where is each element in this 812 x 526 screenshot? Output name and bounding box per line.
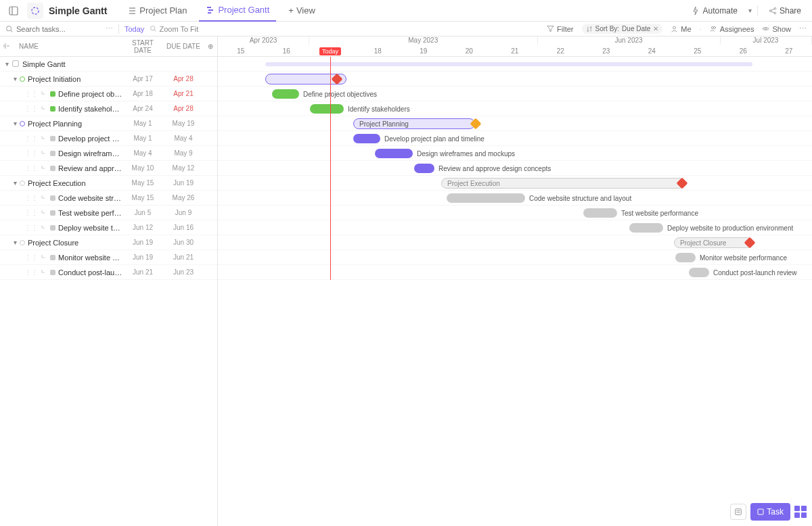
status-dot[interactable] [50,166,55,171]
drag-handle-icon[interactable]: ⋮⋮ [24,164,38,172]
tab-project-plan[interactable]: Project Plan [120,0,194,22]
drag-handle-icon[interactable]: ⋮⋮ [24,105,38,112]
task-row[interactable]: ⋮⋮Design wireframes and mockupsMay 4May … [0,146,217,161]
status-dot[interactable] [50,195,55,201]
new-task-button[interactable]: Task [750,503,790,521]
start-date-cell[interactable]: Apr 18 [122,90,163,97]
sort-clear-button[interactable]: ✕ [653,25,658,32]
zoom-fit-button[interactable]: Zoom To Fit [150,25,198,33]
due-date-cell[interactable]: Apr 28 [163,75,204,82]
automate-button[interactable]: Automate [685,3,743,18]
task-row[interactable]: ⋮⋮Identify stakeholdersApr 24Apr 28 [0,101,217,116]
project-range-bar[interactable] [265,62,752,66]
gantt-row[interactable]: Monitor website performance [218,250,812,265]
due-date-cell[interactable]: Jun 30 [163,239,204,246]
filter-button[interactable]: Filter [547,25,573,33]
project-title[interactable]: Simple Gantt [49,5,107,16]
start-date-cell[interactable]: Jun 5 [122,209,163,216]
group-bar[interactable]: Project Execution [441,178,685,189]
gantt-row[interactable]: Deploy website to production environment [218,220,812,235]
collapse-caret[interactable]: ▾ [14,75,17,82]
drag-handle-icon[interactable]: ⋮⋮ [24,90,38,97]
due-date-cell[interactable]: Apr 21 [163,90,204,97]
me-button[interactable]: Me [671,25,691,33]
search-input[interactable] [16,25,84,33]
due-date-cell[interactable]: May 9 [163,149,204,157]
group-bar[interactable]: Project Planning [353,118,475,129]
due-date-cell[interactable]: May 4 [163,135,204,142]
apps-grid-button[interactable] [794,506,807,518]
due-date-cell[interactable]: Jun 19 [163,179,204,187]
gantt-row[interactable]: Project Closure [218,235,812,250]
start-date-cell[interactable]: May 15 [122,179,163,187]
start-date-cell[interactable]: Jun 12 [122,224,163,231]
start-date-cell[interactable]: May 1 [122,120,163,127]
gantt-row[interactable]: Test website performance [218,206,812,220]
task-row[interactable]: ⋮⋮Code website structure and layoutMay 1… [0,191,217,206]
task-row[interactable]: ⋮⋮Define project objectivesApr 18Apr 21 [0,87,217,101]
start-date-cell[interactable]: May 1 [122,135,163,142]
gantt-row[interactable]: Develop project plan and timeline [218,131,812,146]
add-column-button[interactable]: ⊕ [204,43,217,50]
task-bar[interactable]: Define project objectives [272,89,299,99]
gantt-row[interactable] [218,72,812,87]
gantt-panel[interactable]: Apr 2023May 2023Jun 2023Jul 2023 1516171… [218,37,812,526]
task-bar[interactable]: Code website structure and layout [447,193,525,203]
task-row[interactable]: ⋮⋮Monitor website performanceJun 19Jun 2… [0,250,217,265]
task-bar[interactable]: Test website performance [583,208,617,218]
column-name[interactable]: NAME [14,43,122,50]
status-dot[interactable] [50,91,55,97]
status-dot[interactable] [50,151,55,156]
more-icon[interactable]: ⋯ [106,24,113,33]
due-date-cell[interactable]: Apr 28 [163,105,204,112]
task-row[interactable]: ⋮⋮Conduct post-launch reviewJun 21Jun 23 [0,265,217,280]
start-date-cell[interactable]: Jun 19 [122,239,163,246]
due-date-cell[interactable]: Jun 23 [163,268,204,276]
gantt-row[interactable] [218,57,812,72]
start-date-cell[interactable]: May 4 [122,149,163,157]
add-view-button[interactable]: + View [281,0,322,22]
sidebar-toggle-button[interactable] [5,3,22,19]
notes-button[interactable] [730,504,746,520]
group-row[interactable]: ▾Project PlanningMay 1May 19 [0,116,217,131]
collapse-caret[interactable]: ▾ [14,120,17,127]
collapse-caret[interactable]: ▾ [14,239,17,246]
gantt-row[interactable]: Define project objectives [218,87,812,101]
chevron-down-icon[interactable]: ▾ [748,7,752,14]
drag-handle-icon[interactable]: ⋮⋮ [24,224,38,231]
group-row[interactable]: ▾Project ClosureJun 19Jun 30 [0,235,217,250]
start-date-cell[interactable]: Jun 19 [122,254,163,261]
status-dot[interactable] [50,136,55,141]
gantt-row[interactable]: Review and approve design concepts [218,161,812,176]
drag-handle-icon[interactable]: ⋮⋮ [24,135,38,142]
share-button[interactable]: Share [763,3,807,18]
gantt-row[interactable]: Code website structure and layout [218,191,812,206]
start-date-cell[interactable]: Jun 21 [122,268,163,276]
show-button[interactable]: Show [762,25,791,33]
drag-handle-icon[interactable]: ⋮⋮ [24,209,38,216]
task-bar[interactable]: Monitor website performance [675,253,696,262]
task-row[interactable]: ⋮⋮Develop project plan and timelineMay 1… [0,131,217,146]
task-bar[interactable]: Design wireframes and mockups [375,149,413,158]
gantt-row[interactable]: Identify stakeholders [218,101,812,116]
gantt-row[interactable]: Project Execution [218,176,812,191]
task-bar[interactable]: Identify stakeholders [310,104,344,114]
sort-pill[interactable]: Sort By: Due Date ✕ [582,24,663,34]
start-date-cell[interactable]: Apr 24 [122,105,163,112]
group-row[interactable]: ▾Project InitiationApr 17Apr 28 [0,72,217,87]
gantt-row[interactable]: Conduct post-launch review [218,265,812,280]
due-date-cell[interactable]: Jun 21 [163,254,204,261]
drag-handle-icon[interactable]: ⋮⋮ [24,268,38,276]
due-date-cell[interactable]: May 12 [163,164,204,172]
status-dot[interactable] [50,210,55,216]
expand-all-button[interactable] [0,43,14,51]
collapse-caret[interactable]: ▾ [5,60,9,68]
start-date-cell[interactable]: Apr 17 [122,75,163,82]
collapse-caret[interactable]: ▾ [14,179,17,187]
group-bar[interactable]: Project Closure [674,237,752,248]
tab-project-gantt[interactable]: Project Gantt [199,0,276,22]
task-row[interactable]: ⋮⋮Deploy website to production environme… [0,220,217,235]
status-dot[interactable] [50,255,55,260]
task-row[interactable]: ⋮⋮Review and approve design conceptsMay … [0,161,217,176]
status-dot[interactable] [50,225,55,231]
